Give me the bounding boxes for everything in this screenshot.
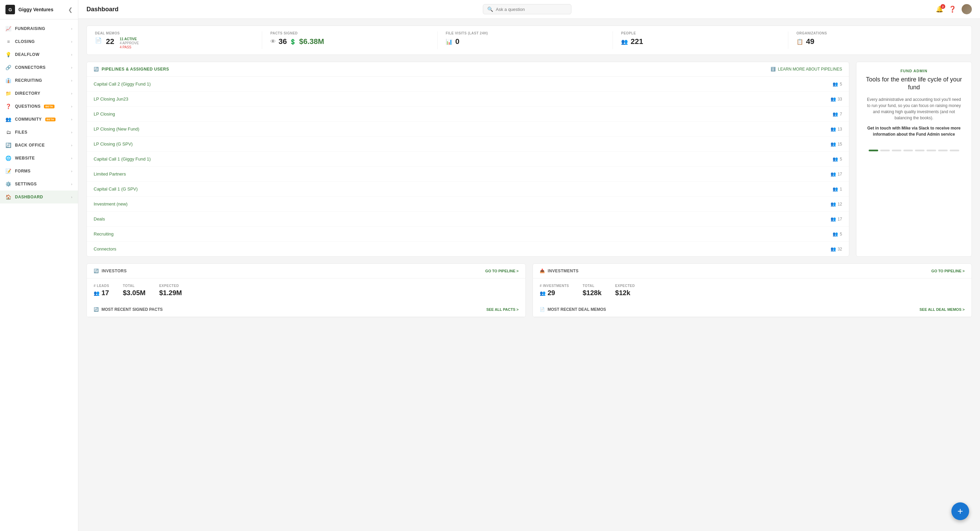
pipeline-row[interactable]: Capital Call 1 (G SPV) 👥 1 bbox=[87, 182, 849, 197]
see-all-pacts-link[interactable]: SEE ALL PACTS > bbox=[486, 308, 519, 311]
main-grid: 🔄 PIPELINES & ASSIGNED USERS ℹ️ LEARN MO… bbox=[86, 62, 972, 257]
stat-file-visits-icon: 📊 bbox=[446, 38, 453, 45]
pipeline-name: Recruiting bbox=[94, 231, 114, 236]
sidebar-item-recruiting[interactable]: 👔 RECRUITING › bbox=[0, 74, 78, 87]
pipeline-row[interactable]: Limited Partners 👥 17 bbox=[87, 167, 849, 182]
chevron-right-icon: › bbox=[71, 27, 73, 31]
pipeline-row[interactable]: Investment (new) 👥 12 bbox=[87, 197, 849, 212]
pipeline-row[interactable]: LP Closing (New Fund) 👥 13 bbox=[87, 122, 849, 137]
beta-badge: BETA bbox=[44, 105, 54, 108]
memos-label: MOST RECENT DEAL MEMOS bbox=[547, 307, 606, 312]
sidebar-collapse-button[interactable]: ❮ bbox=[68, 6, 73, 13]
pipelines-title: 🔄 PIPELINES & ASSIGNED USERS bbox=[94, 67, 169, 72]
closing-icon: ≡ bbox=[5, 38, 11, 45]
investors-title: 🔄 INVESTORS bbox=[94, 269, 127, 273]
investments-count-stat: # INVESTMENTS 👥 29 bbox=[540, 284, 569, 297]
carousel-dot-3[interactable] bbox=[904, 150, 913, 151]
stat-approve-count: 4 APPROVE bbox=[119, 41, 138, 45]
pipelines-card-header: 🔄 PIPELINES & ASSIGNED USERS ℹ️ LEARN MO… bbox=[87, 62, 849, 77]
investors-card-header: 🔄 INVESTORS GO TO PIPELINE > bbox=[87, 264, 525, 279]
pipeline-name: Connectors bbox=[94, 246, 116, 252]
deal-memos-icon: 📄 bbox=[95, 37, 102, 44]
fundraising-icon: 📈 bbox=[5, 26, 11, 32]
carousel-dot-6[interactable] bbox=[938, 150, 948, 151]
pipeline-user-count: 13 bbox=[838, 127, 842, 132]
chevron-right-icon: › bbox=[71, 169, 73, 173]
fund-admin-title: Tools for the entire life cycle of your … bbox=[863, 76, 965, 92]
sidebar-item-label: CLOSING bbox=[15, 39, 35, 44]
sidebar-item-files[interactable]: 🗂 FILES › bbox=[0, 126, 78, 139]
sidebar-item-questions[interactable]: ❓ QUESTIONS BETA › bbox=[0, 100, 78, 113]
pipeline-row[interactable]: Capital Call 2 (Giggy Fund 1) 👥 5 bbox=[87, 77, 849, 92]
sidebar-item-label: BACK OFFICE bbox=[15, 143, 45, 148]
search-bar[interactable]: 🔍 bbox=[483, 4, 571, 14]
search-input[interactable] bbox=[496, 7, 567, 12]
sidebar-item-label: FUNDRAISING bbox=[15, 26, 45, 31]
fab-button[interactable]: + bbox=[951, 502, 969, 520]
investors-pipeline-link[interactable]: GO TO PIPELINE > bbox=[485, 269, 519, 273]
sidebar-item-directory[interactable]: 📁 DIRECTORY › bbox=[0, 87, 78, 100]
sidebar-item-dashboard[interactable]: 🏠 DASHBOARD › bbox=[0, 191, 78, 204]
stat-active-count: 11 ACTIVE bbox=[119, 37, 138, 41]
sidebar-item-settings[interactable]: ⚙️ SETTINGS › bbox=[0, 177, 78, 191]
investments-pipeline-link[interactable]: GO TO PIPELINE > bbox=[931, 269, 965, 273]
carousel-dot-7[interactable] bbox=[950, 150, 959, 151]
sidebar-item-fundraising[interactable]: 📈 FUNDRAISING › bbox=[0, 22, 78, 35]
investments-expected-value: $12k bbox=[615, 289, 635, 297]
stat-organizations-icon: 📋 bbox=[797, 38, 803, 45]
users-icon: 👥 bbox=[830, 217, 836, 222]
pipeline-users: 👥 7 bbox=[832, 112, 842, 116]
brand[interactable]: G Giggy Ventures bbox=[5, 5, 54, 14]
chevron-right-icon: › bbox=[71, 53, 73, 57]
help-button[interactable]: ❓ bbox=[949, 5, 956, 13]
users-icon: 👥 bbox=[830, 96, 836, 102]
carousel-dot-5[interactable] bbox=[926, 150, 936, 151]
pipeline-icon: 🔄 bbox=[94, 67, 99, 72]
carousel-dot-2[interactable] bbox=[892, 150, 901, 151]
sidebar-item-label: RECRUITING bbox=[15, 78, 42, 83]
chevron-right-icon: › bbox=[71, 78, 73, 83]
investments-count-label: # INVESTMENTS bbox=[540, 284, 569, 288]
pipeline-row[interactable]: LP Closing (G SPV) 👥 15 bbox=[87, 137, 849, 151]
learn-more-pipelines-button[interactable]: ℹ️ LEARN MORE ABOUT PIPELINES bbox=[771, 67, 842, 72]
carousel-dot-4[interactable] bbox=[915, 150, 924, 151]
pipeline-row[interactable]: LP Closing 👥 7 bbox=[87, 107, 849, 122]
sidebar-item-dealflow[interactable]: 💡 DEALFLOW › bbox=[0, 48, 78, 61]
back-office-icon: 🔄 bbox=[5, 142, 11, 148]
avatar[interactable] bbox=[962, 4, 972, 14]
stat-people-value: 221 bbox=[631, 37, 643, 46]
sidebar-item-website[interactable]: 🌐 WEBSITE › bbox=[0, 151, 78, 164]
pipeline-row[interactable]: Recruiting 👥 5 bbox=[87, 226, 849, 242]
pipeline-row[interactable]: Capital Call 1 (Giggy Fund 1) 👥 5 bbox=[87, 151, 849, 167]
sidebar-item-label: FORMS bbox=[15, 169, 31, 174]
notification-button[interactable]: 🔔 2 bbox=[936, 5, 943, 13]
sidebar-item-community[interactable]: 👥 COMMUNITY BETA › bbox=[0, 113, 78, 126]
memos-icon: 📄 bbox=[540, 307, 545, 312]
website-icon: 🌐 bbox=[5, 155, 11, 161]
investors-leads-label: # LEADS bbox=[94, 284, 109, 288]
pipeline-user-count: 33 bbox=[838, 97, 842, 102]
sidebar-item-closing[interactable]: ≡ CLOSING › bbox=[0, 35, 78, 48]
carousel-dot-1[interactable] bbox=[880, 150, 890, 151]
users-icon: 👥 bbox=[830, 201, 836, 207]
community-icon: 👥 bbox=[5, 116, 11, 122]
sidebar-item-back-office[interactable]: 🔄 BACK OFFICE › bbox=[0, 139, 78, 151]
stat-people-icon: 👥 bbox=[621, 38, 628, 45]
see-all-memos-link[interactable]: SEE ALL DEAL MEMOS > bbox=[920, 308, 965, 311]
investors-total-stat: TOTAL $3.05M bbox=[123, 284, 146, 297]
stat-pacts-signed: PACTS SIGNED 👁 36 💲 $6.38M bbox=[262, 31, 438, 49]
stat-pacts-money: $6.38M bbox=[299, 37, 324, 46]
pipeline-users: 👥 5 bbox=[832, 231, 842, 236]
sidebar-item-forms[interactable]: 📝 FORMS › bbox=[0, 164, 78, 177]
pipeline-row[interactable]: Connectors 👥 32 bbox=[87, 242, 849, 256]
stat-pacts-label: PACTS SIGNED bbox=[270, 31, 429, 35]
pipeline-row[interactable]: Deals 👥 17 bbox=[87, 212, 849, 226]
investors-card: 🔄 INVESTORS GO TO PIPELINE > # LEADS 👥 1… bbox=[86, 263, 526, 317]
pipeline-row[interactable]: LP Closing Jun23 👥 33 bbox=[87, 92, 849, 107]
investors-label: INVESTORS bbox=[102, 269, 127, 273]
sidebar-item-connectors[interactable]: 🔗 CONNECTORS › bbox=[0, 61, 78, 74]
investments-icon: 📥 bbox=[540, 269, 545, 273]
carousel-dot-0[interactable] bbox=[869, 150, 878, 151]
top-bar-right: 🔔 2 ❓ bbox=[936, 4, 972, 14]
users-icon: 👥 bbox=[830, 246, 836, 252]
